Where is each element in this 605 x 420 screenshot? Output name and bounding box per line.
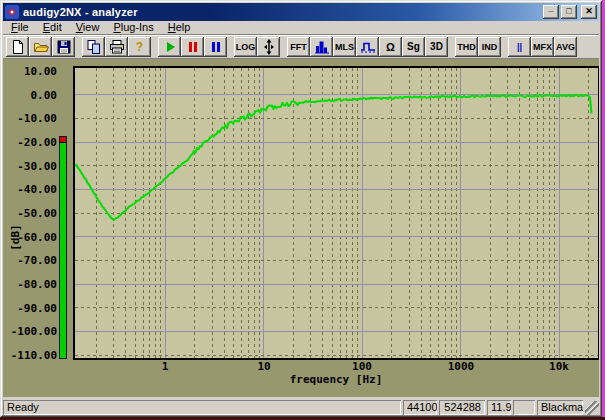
y-tick-label: -60.00 [3, 231, 57, 243]
bar-chart-icon [314, 39, 330, 55]
x-axis-label: frequency [Hz] [290, 373, 383, 386]
ind-button[interactable]: IND [478, 37, 501, 57]
close-button[interactable]: ✕ [581, 5, 597, 19]
pause-measure-button-label: || [517, 42, 522, 52]
toolbar-group [158, 37, 227, 57]
three-d-button-label: 3D [430, 41, 443, 52]
menu-bar: FileEditViewPlug-InsHelp [3, 21, 599, 34]
status-window-function: Blackman [537, 400, 583, 415]
impedance-button-label: Ω [386, 41, 395, 53]
copy-button[interactable] [82, 37, 105, 57]
step-response-button[interactable] [356, 37, 379, 57]
analyzer-panel: [dB] frequency [Hz] 10.000.00-10.00-20.0… [3, 58, 599, 397]
new-document-icon [10, 39, 26, 55]
toolbar-group: ? [82, 37, 151, 57]
app-icon [5, 5, 19, 19]
fft-button-label: FFT [290, 42, 307, 52]
print-button[interactable] [105, 37, 128, 57]
open-button[interactable] [29, 37, 52, 57]
thd-button[interactable]: THD [455, 37, 478, 57]
title-bar[interactable]: audigy2NX - analyzer _□✕ [3, 3, 599, 21]
x-tick-label: 1000 [448, 360, 475, 373]
menu-help[interactable]: Help [161, 21, 198, 34]
save-button[interactable] [52, 37, 75, 57]
log-scale-button-label: LOG [236, 42, 256, 52]
pause-button-blue[interactable] [204, 37, 227, 57]
status-spare [513, 400, 535, 415]
x-tick-label: 1 [162, 360, 169, 373]
pause-red-icon [187, 41, 199, 53]
resize-grip[interactable] [585, 401, 599, 415]
toolbar-group [6, 37, 75, 57]
x-tick-label: 10k [549, 360, 569, 373]
y-tick-label: -100.00 [3, 325, 57, 337]
play-button[interactable] [158, 37, 181, 57]
pause-blue-icon [210, 41, 222, 53]
play-icon [163, 40, 177, 54]
ind-button-label: IND [482, 42, 498, 52]
status-ready: Ready [3, 400, 401, 415]
mfx-button-label: MFX [533, 42, 552, 52]
toolbar: ?LOGFFTMLSΩSg3DTHDIND||MFXAVG [3, 34, 599, 58]
avg-button-label: AVG [556, 42, 575, 52]
log-scale-button[interactable]: LOG [234, 37, 257, 57]
y-tick-label: -50.00 [3, 207, 57, 219]
maximize-icon: □ [566, 7, 571, 16]
menu-plug-ins[interactable]: Plug-Ins [106, 21, 160, 34]
y-tick-label: 0.00 [3, 89, 57, 101]
x-tick-label: 100 [352, 360, 372, 373]
pause-button-red[interactable] [181, 37, 204, 57]
three-d-button[interactable]: 3D [425, 37, 448, 57]
fft-button[interactable]: FFT [287, 37, 310, 57]
spectrum-button[interactable] [310, 37, 333, 57]
printer-icon [109, 39, 125, 55]
plot-area[interactable] [73, 66, 599, 360]
y-tick-label: -90.00 [3, 302, 57, 314]
y-tick-label: -110.00 [3, 349, 57, 361]
pause-measure-button[interactable]: || [508, 37, 531, 57]
app-window: audigy2NX - analyzer _□✕ FileEditViewPlu… [0, 0, 602, 417]
waveform-icon [360, 39, 376, 55]
signal-generator-button[interactable]: Sg [402, 37, 425, 57]
floppy-icon [56, 39, 72, 55]
help-button[interactable]: ? [128, 37, 151, 57]
status-duration: 11.9s [487, 400, 511, 415]
toolbar-group: FFTMLSΩSg3D [287, 37, 448, 57]
menu-file[interactable]: File [4, 21, 36, 34]
toolbar-group: LOG [234, 37, 280, 57]
avg-button[interactable]: AVG [554, 37, 577, 57]
mls-button[interactable]: MLS [333, 37, 356, 57]
level-meter [59, 136, 67, 359]
new-button[interactable] [6, 37, 29, 57]
status-sample-rate: 44100 [403, 400, 437, 415]
y-tick-label: -70.00 [3, 254, 57, 266]
status-fft-length: 524288 [439, 400, 485, 415]
impedance-button[interactable]: Ω [379, 37, 402, 57]
mls-button-label: MLS [335, 42, 354, 52]
signal-generator-button-label: Sg [407, 41, 420, 52]
help-button-label: ? [136, 40, 143, 54]
thd-button-label: THD [457, 42, 476, 52]
y-tick-label: -30.00 [3, 160, 57, 172]
y-tick-label: -40.00 [3, 183, 57, 195]
window-title: audigy2NX - analyzer [23, 6, 543, 18]
toolbar-group: THDIND [455, 37, 501, 57]
menu-edit[interactable]: Edit [36, 21, 69, 34]
close-icon: ✕ [585, 7, 593, 16]
status-bar: Ready 44100 524288 11.9s Blackman [3, 397, 599, 415]
y-tick-label: -10.00 [3, 112, 57, 124]
y-tick-label: -80.00 [3, 278, 57, 290]
toolbar-group: ||MFXAVG [508, 37, 577, 57]
level-meter-peak [60, 137, 66, 143]
minimize-button[interactable]: _ [543, 5, 559, 19]
menu-view[interactable]: View [69, 21, 107, 34]
folder-open-icon [33, 39, 49, 55]
minimize-icon: _ [548, 4, 553, 13]
scale-adjust-button[interactable] [257, 37, 280, 57]
y-tick-label: -20.00 [3, 136, 57, 148]
move-arrows-icon [261, 39, 277, 55]
mfx-button[interactable]: MFX [531, 37, 554, 57]
copy-icon [86, 39, 102, 55]
maximize-button[interactable]: □ [561, 5, 577, 19]
x-tick-label: 10 [257, 360, 270, 373]
